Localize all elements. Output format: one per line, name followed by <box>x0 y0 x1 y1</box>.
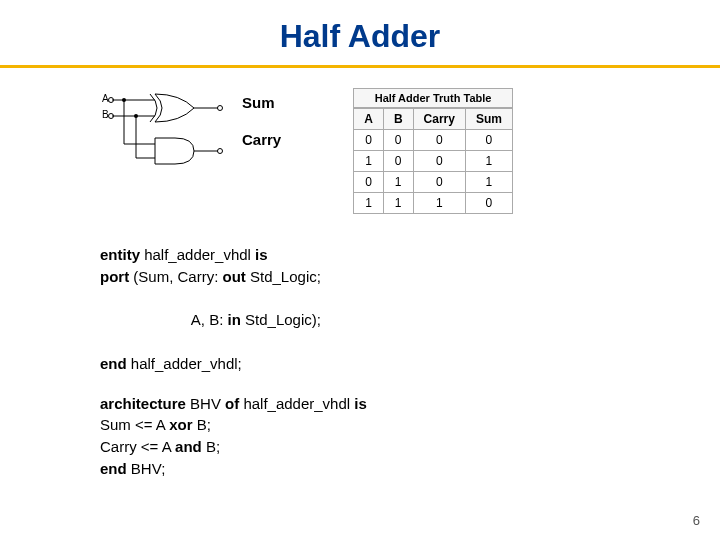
carry-output-label: Carry <box>242 131 281 148</box>
input-a-label: A <box>102 93 109 104</box>
table-row: 1001 <box>354 151 513 172</box>
truth-table: A B Carry Sum 0000 1001 0101 1110 <box>353 108 513 214</box>
sum-output-label: Sum <box>242 94 281 111</box>
code-line: end half_adder_vhdl; <box>100 353 720 375</box>
input-b-label: B <box>102 109 109 120</box>
code-line: A, B: in Std_Logic); <box>100 288 720 353</box>
half-adder-circuit: A B <box>100 88 230 178</box>
code-line: Sum <= A xor B; <box>100 414 720 436</box>
circuit-svg: A B <box>100 88 230 178</box>
svg-point-9 <box>218 106 223 111</box>
page-number: 6 <box>693 513 700 528</box>
table-row: A B Carry Sum <box>354 109 513 130</box>
svg-point-11 <box>218 149 223 154</box>
table-row: 0000 <box>354 130 513 151</box>
code-line: architecture BHV of half_adder_vhdl is <box>100 393 720 415</box>
page-title: Half Adder <box>0 0 720 55</box>
table-row: 0101 <box>354 172 513 193</box>
truth-table-block: Half Adder Truth Table A B Carry Sum 000… <box>353 88 513 214</box>
vhdl-code-block: entity half_adder_vhdl is port (Sum, Car… <box>100 244 720 480</box>
th-carry: Carry <box>413 109 465 130</box>
code-line: port (Sum, Carry: out Std_Logic; <box>100 266 720 288</box>
th-a: A <box>354 109 384 130</box>
truth-table-title: Half Adder Truth Table <box>353 88 513 108</box>
th-b: B <box>383 109 413 130</box>
th-sum: Sum <box>465 109 512 130</box>
table-row: 1110 <box>354 193 513 214</box>
code-line: end BHV; <box>100 458 720 480</box>
code-line: Carry <= A and B; <box>100 436 720 458</box>
code-line: entity half_adder_vhdl is <box>100 244 720 266</box>
